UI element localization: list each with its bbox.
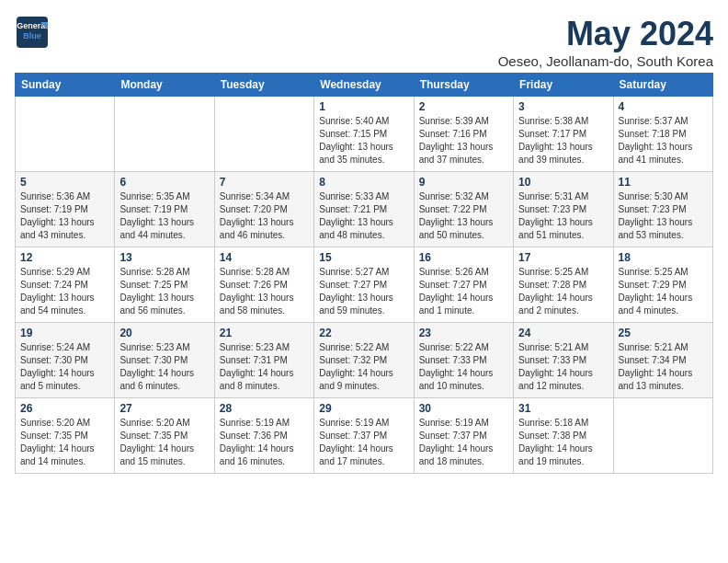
calendar-week-1: 1Sunrise: 5:40 AM Sunset: 7:15 PM Daylig… [16,97,713,172]
calendar-cell: 31Sunrise: 5:18 AM Sunset: 7:38 PM Dayli… [514,398,613,474]
day-number: 24 [518,327,608,339]
day-info: Sunrise: 5:23 AM Sunset: 7:31 PM Dayligh… [220,341,309,393]
day-number: 31 [518,402,608,415]
day-number: 21 [220,327,309,339]
day-info: Sunrise: 5:26 AM Sunset: 7:27 PM Dayligh… [419,266,508,317]
calendar-cell: 14Sunrise: 5:28 AM Sunset: 7:26 PM Dayli… [214,247,313,323]
day-number: 28 [220,402,309,415]
calendar-cell: 13Sunrise: 5:28 AM Sunset: 7:25 PM Dayli… [115,247,214,323]
calendar-cell [115,97,214,172]
logo-icon: General Blue [15,15,50,50]
day-info: Sunrise: 5:30 AM Sunset: 7:23 PM Dayligh… [619,190,708,242]
calendar-cell: 21Sunrise: 5:23 AM Sunset: 7:31 PM Dayli… [214,323,313,398]
header-thursday: Thursday [414,74,513,97]
day-number: 25 [619,327,708,339]
day-info: Sunrise: 5:31 AM Sunset: 7:23 PM Dayligh… [518,190,608,242]
calendar-cell: 7Sunrise: 5:34 AM Sunset: 7:20 PM Daylig… [214,172,313,247]
calendar-cell: 17Sunrise: 5:25 AM Sunset: 7:28 PM Dayli… [514,247,613,323]
day-info: Sunrise: 5:25 AM Sunset: 7:28 PM Dayligh… [518,266,608,317]
day-number: 6 [119,176,209,189]
day-info: Sunrise: 5:37 AM Sunset: 7:18 PM Dayligh… [619,115,708,167]
calendar-cell: 1Sunrise: 5:40 AM Sunset: 7:15 PM Daylig… [314,97,414,172]
header-sunday: Sunday [16,74,115,97]
day-info: Sunrise: 5:34 AM Sunset: 7:20 PM Dayligh… [220,190,309,242]
calendar-week-5: 26Sunrise: 5:20 AM Sunset: 7:35 PM Dayli… [16,398,713,474]
calendar-cell [613,398,712,474]
calendar-table: Sunday Monday Tuesday Wednesday Thursday… [15,73,713,474]
day-info: Sunrise: 5:38 AM Sunset: 7:17 PM Dayligh… [518,115,608,167]
page-header: General Blue May 2024 Oeseo, Jeollanam-d… [15,15,713,69]
day-number: 22 [319,327,408,339]
calendar-title-block: May 2024 Oeseo, Jeollanam-do, South Kore… [498,15,713,69]
calendar-cell: 28Sunrise: 5:19 AM Sunset: 7:36 PM Dayli… [214,398,313,474]
calendar-cell: 30Sunrise: 5:19 AM Sunset: 7:37 PM Dayli… [414,398,513,474]
calendar-cell: 23Sunrise: 5:22 AM Sunset: 7:33 PM Dayli… [414,323,513,398]
day-info: Sunrise: 5:27 AM Sunset: 7:27 PM Dayligh… [319,266,408,317]
day-number: 18 [619,251,708,264]
calendar-week-3: 12Sunrise: 5:29 AM Sunset: 7:24 PM Dayli… [16,247,713,323]
svg-text:Blue: Blue [23,31,41,40]
day-number: 16 [419,251,508,264]
day-number: 2 [419,100,508,113]
day-number: 10 [518,176,608,189]
calendar-cell [214,97,313,172]
header-row: Sunday Monday Tuesday Wednesday Thursday… [16,74,713,97]
calendar-cell: 18Sunrise: 5:25 AM Sunset: 7:29 PM Dayli… [613,247,712,323]
calendar-cell: 9Sunrise: 5:32 AM Sunset: 7:22 PM Daylig… [414,172,513,247]
day-info: Sunrise: 5:19 AM Sunset: 7:37 PM Dayligh… [319,417,408,468]
day-number: 8 [319,176,408,189]
calendar-week-4: 19Sunrise: 5:24 AM Sunset: 7:30 PM Dayli… [16,323,713,398]
day-info: Sunrise: 5:29 AM Sunset: 7:24 PM Dayligh… [20,266,109,317]
calendar-cell: 8Sunrise: 5:33 AM Sunset: 7:21 PM Daylig… [314,172,414,247]
day-number: 17 [518,251,608,264]
calendar-week-2: 5Sunrise: 5:36 AM Sunset: 7:19 PM Daylig… [16,172,713,247]
day-info: Sunrise: 5:33 AM Sunset: 7:21 PM Dayligh… [319,190,408,242]
header-wednesday: Wednesday [314,74,414,97]
day-info: Sunrise: 5:28 AM Sunset: 7:25 PM Dayligh… [119,266,209,317]
calendar-subtitle: Oeseo, Jeollanam-do, South Korea [498,53,713,69]
day-info: Sunrise: 5:24 AM Sunset: 7:30 PM Dayligh… [20,341,109,393]
header-monday: Monday [115,74,214,97]
day-info: Sunrise: 5:21 AM Sunset: 7:33 PM Dayligh… [518,341,608,393]
day-number: 29 [319,402,408,415]
day-info: Sunrise: 5:19 AM Sunset: 7:37 PM Dayligh… [419,417,508,468]
day-info: Sunrise: 5:19 AM Sunset: 7:36 PM Dayligh… [220,417,309,468]
header-friday: Friday [514,74,613,97]
calendar-cell: 2Sunrise: 5:39 AM Sunset: 7:16 PM Daylig… [414,97,513,172]
day-number: 15 [319,251,408,264]
calendar-cell [16,97,115,172]
calendar-cell: 3Sunrise: 5:38 AM Sunset: 7:17 PM Daylig… [514,97,613,172]
day-number: 3 [518,100,608,113]
day-number: 4 [619,100,708,113]
day-info: Sunrise: 5:22 AM Sunset: 7:33 PM Dayligh… [419,341,508,393]
day-number: 5 [20,176,109,189]
calendar-cell: 25Sunrise: 5:21 AM Sunset: 7:34 PM Dayli… [613,323,712,398]
calendar-cell: 26Sunrise: 5:20 AM Sunset: 7:35 PM Dayli… [16,398,115,474]
day-number: 23 [419,327,508,339]
calendar-cell: 5Sunrise: 5:36 AM Sunset: 7:19 PM Daylig… [16,172,115,247]
logo: General Blue [15,15,50,50]
day-number: 26 [20,402,109,415]
day-info: Sunrise: 5:25 AM Sunset: 7:29 PM Dayligh… [619,266,708,317]
day-number: 9 [419,176,508,189]
day-number: 27 [119,402,209,415]
header-tuesday: Tuesday [214,74,313,97]
day-info: Sunrise: 5:23 AM Sunset: 7:30 PM Dayligh… [119,341,209,393]
day-info: Sunrise: 5:28 AM Sunset: 7:26 PM Dayligh… [220,266,309,317]
calendar-cell: 10Sunrise: 5:31 AM Sunset: 7:23 PM Dayli… [514,172,613,247]
day-info: Sunrise: 5:20 AM Sunset: 7:35 PM Dayligh… [119,417,209,468]
day-info: Sunrise: 5:40 AM Sunset: 7:15 PM Dayligh… [319,115,408,167]
calendar-cell: 27Sunrise: 5:20 AM Sunset: 7:35 PM Dayli… [115,398,214,474]
day-number: 14 [220,251,309,264]
day-number: 7 [220,176,309,189]
calendar-cell: 29Sunrise: 5:19 AM Sunset: 7:37 PM Dayli… [314,398,414,474]
day-info: Sunrise: 5:18 AM Sunset: 7:38 PM Dayligh… [518,417,608,468]
day-number: 19 [20,327,109,339]
day-info: Sunrise: 5:21 AM Sunset: 7:34 PM Dayligh… [619,341,708,393]
calendar-cell: 11Sunrise: 5:30 AM Sunset: 7:23 PM Dayli… [613,172,712,247]
day-info: Sunrise: 5:39 AM Sunset: 7:16 PM Dayligh… [419,115,508,167]
calendar-cell: 24Sunrise: 5:21 AM Sunset: 7:33 PM Dayli… [514,323,613,398]
calendar-cell: 19Sunrise: 5:24 AM Sunset: 7:30 PM Dayli… [16,323,115,398]
day-number: 30 [419,402,508,415]
day-info: Sunrise: 5:22 AM Sunset: 7:32 PM Dayligh… [319,341,408,393]
